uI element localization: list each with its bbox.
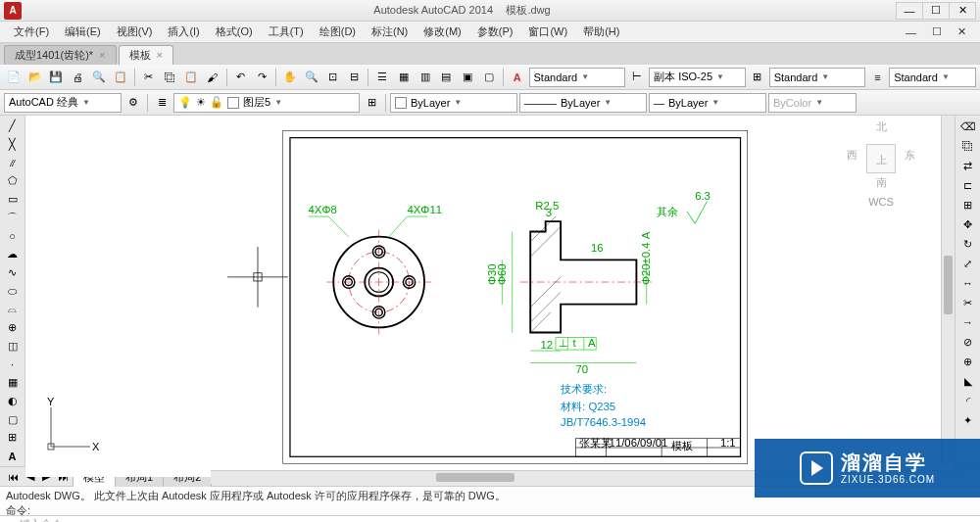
zoom-button[interactable]: 🔍 <box>302 68 321 87</box>
ellipse-arc-tool[interactable]: ⌓ <box>3 301 23 317</box>
color-dropdown[interactable]: ByLayer▼ <box>390 93 517 113</box>
move-tool[interactable]: ✥ <box>958 215 978 233</box>
arc-tool[interactable]: ⌒ <box>3 210 23 226</box>
linetype-dropdown[interactable]: ———ByLayer▼ <box>519 93 647 113</box>
undo-button[interactable]: ↶ <box>231 68 251 87</box>
print-button[interactable]: 🖨 <box>68 68 87 87</box>
join-tool[interactable]: ⊕ <box>958 353 978 370</box>
fillet-tool[interactable]: ◜ <box>958 392 978 409</box>
paste-button[interactable]: 📋 <box>181 68 201 87</box>
hatch-tool[interactable]: ▦ <box>3 374 23 391</box>
tablestyle-icon[interactable]: ⊞ <box>748 68 767 87</box>
block-tool[interactable]: ◫ <box>3 338 23 355</box>
close-button[interactable]: ✕ <box>949 2 976 20</box>
mtext-tool[interactable]: A <box>3 448 23 464</box>
array-tool[interactable]: ⊞ <box>958 196 978 214</box>
menu-file[interactable]: 文件(F) <box>6 24 57 39</box>
markup-button[interactable]: ▣ <box>458 68 477 87</box>
trim-tool[interactable]: ✂ <box>958 294 978 311</box>
xline-tool[interactable]: ╳ <box>3 136 23 153</box>
match-button[interactable]: 🖌 <box>203 68 222 87</box>
menu-modify[interactable]: 修改(M) <box>416 24 469 39</box>
menu-tools[interactable]: 工具(T) <box>261 24 312 39</box>
doc-max-button[interactable]: ☐ <box>924 25 950 38</box>
file-tab-2[interactable]: 模板× <box>119 45 173 65</box>
props-button[interactable]: ☰ <box>372 68 392 87</box>
workspace-dropdown[interactable]: AutoCAD 经典▼ <box>4 93 122 113</box>
workspace-gear-icon[interactable]: ⚙ <box>123 93 143 113</box>
sheet-set-button[interactable]: ▤ <box>436 68 456 87</box>
break-tool[interactable]: ⊘ <box>958 333 978 351</box>
scale-tool[interactable]: ⤢ <box>958 255 978 272</box>
textstyle-icon[interactable]: A <box>508 68 527 87</box>
save-button[interactable]: 💾 <box>47 68 67 87</box>
publish-button[interactable]: 📋 <box>111 68 130 87</box>
doc-min-button[interactable]: — <box>898 26 924 38</box>
explode-tool[interactable]: ✦ <box>958 411 978 429</box>
insert-tool[interactable]: ⊕ <box>3 319 23 336</box>
lineweight-dropdown[interactable]: —ByLayer▼ <box>649 93 766 113</box>
offset-tool[interactable]: ⊏ <box>958 176 978 194</box>
redo-button[interactable]: ↷ <box>252 68 271 87</box>
erase-tool[interactable]: ⌫ <box>958 118 978 135</box>
view-cube[interactable]: 北 西 上 东 南 WCS <box>847 119 915 208</box>
region-tool[interactable]: ▢ <box>3 411 23 428</box>
spline-tool[interactable]: ∿ <box>3 264 23 281</box>
tab-first-icon[interactable]: ⏮ <box>4 471 23 483</box>
ellipse-tool[interactable]: ⬭ <box>3 283 23 300</box>
revcloud-tool[interactable]: ☁ <box>3 246 23 262</box>
menu-parametric[interactable]: 参数(P) <box>469 24 521 39</box>
open-button[interactable]: 📂 <box>25 68 45 87</box>
chamfer-tool[interactable]: ◣ <box>958 372 978 390</box>
menu-insert[interactable]: 插入(I) <box>160 24 207 39</box>
pan-button[interactable]: ✋ <box>280 68 300 87</box>
table-tool[interactable]: ⊞ <box>3 430 23 447</box>
ml-style-dropdown[interactable]: Standard▼ <box>889 68 976 87</box>
maximize-button[interactable]: ☐ <box>922 2 950 20</box>
copy-button[interactable]: ⿻ <box>160 68 179 87</box>
close-icon[interactable]: × <box>99 49 105 61</box>
file-tab-1[interactable]: 成型1401(齿轮)*× <box>4 45 117 65</box>
command-input[interactable]: ▸ 键入命令 <box>0 515 980 522</box>
layer-props-button[interactable]: ≣ <box>152 93 172 113</box>
doc-close-button[interactable]: ✕ <box>950 25 974 38</box>
menu-help[interactable]: 帮助(H) <box>575 24 627 39</box>
calc-button[interactable]: ▢ <box>479 68 499 87</box>
drawing-canvas[interactable]: [-][俯视][二维线框] <box>25 116 955 466</box>
new-button[interactable]: 📄 <box>4 68 24 87</box>
gradient-tool[interactable]: ◐ <box>3 393 23 409</box>
mirror-tool[interactable]: ⇄ <box>958 157 978 174</box>
polyline-tool[interactable]: ⫽ <box>3 154 23 170</box>
dimstyle-icon[interactable]: ⊢ <box>627 68 647 87</box>
layer-dropdown[interactable]: 💡 ☀ 🔓 图层5▼ <box>173 93 360 113</box>
menu-view[interactable]: 视图(V) <box>109 24 161 39</box>
extend-tool[interactable]: → <box>958 313 978 331</box>
vertical-scrollbar[interactable] <box>941 116 955 466</box>
menu-draw[interactable]: 绘图(D) <box>312 24 364 39</box>
polygon-tool[interactable]: ⬠ <box>3 172 23 189</box>
menu-dimension[interactable]: 标注(N) <box>364 24 416 39</box>
point-tool[interactable]: · <box>3 356 23 373</box>
zoom-window-button[interactable]: ⊡ <box>323 68 343 87</box>
stretch-tool[interactable]: ↔ <box>958 274 978 292</box>
copy-tool[interactable]: ⿻ <box>958 137 978 155</box>
minimize-button[interactable]: — <box>896 2 923 20</box>
rotate-tool[interactable]: ↻ <box>958 235 978 253</box>
preview-button[interactable]: 🔍 <box>89 68 109 87</box>
dc-button[interactable]: ▦ <box>394 68 414 87</box>
menu-window[interactable]: 窗口(W) <box>520 24 575 39</box>
mlstyle-icon[interactable]: ≡ <box>867 68 887 87</box>
plotstyle-dropdown[interactable]: ByColor▼ <box>768 93 857 113</box>
table-style-dropdown[interactable]: Standard▼ <box>769 68 866 87</box>
menu-format[interactable]: 格式(O) <box>208 24 261 39</box>
layer-state-button[interactable]: ⊞ <box>362 93 381 113</box>
menu-edit[interactable]: 编辑(E) <box>57 24 109 39</box>
dim-style-dropdown[interactable]: 副本 ISO-25▼ <box>649 68 746 87</box>
viewcube-face[interactable]: 上 <box>866 144 896 173</box>
cut-button[interactable]: ✂ <box>139 68 159 87</box>
line-tool[interactable]: ╱ <box>3 118 23 134</box>
rectangle-tool[interactable]: ▭ <box>3 191 23 208</box>
text-style-dropdown[interactable]: Standard▼ <box>529 68 626 87</box>
zoom-prev-button[interactable]: ⊟ <box>344 68 364 87</box>
close-icon[interactable]: × <box>157 49 163 61</box>
